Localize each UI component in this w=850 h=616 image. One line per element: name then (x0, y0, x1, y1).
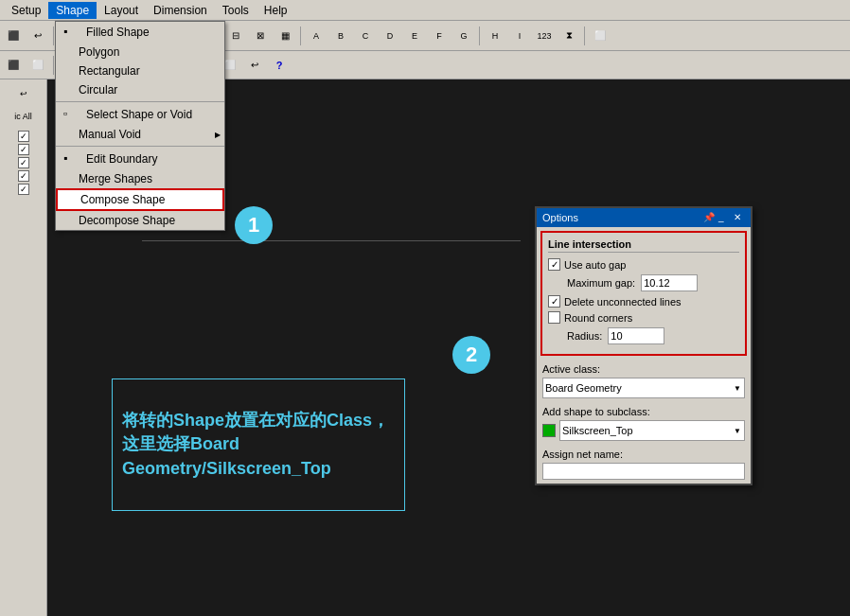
sidebar-btn-2[interactable]: ic All (7, 106, 41, 127)
dialog-minimize-icon[interactable]: _ (718, 212, 730, 223)
menu-shape[interactable]: Shape (48, 2, 97, 19)
dialog-pin-icon[interactable]: 📌 (703, 212, 715, 223)
toolbar-btn-b[interactable]: B (329, 25, 352, 47)
dialog-close-icon[interactable]: ✕ (734, 212, 745, 223)
menu-sep-1 (56, 101, 224, 102)
menu-layout[interactable]: Layout (97, 2, 146, 19)
toolbar-btn-g[interactable]: G (452, 25, 475, 47)
dialog-title: Options (542, 212, 578, 223)
menu-manual-void[interactable]: Manual Void (56, 125, 224, 144)
toolbar-btn-c[interactable]: C (354, 25, 377, 47)
menu-circular[interactable]: Circular (56, 80, 224, 99)
toolbar2-btn-help[interactable]: ? (268, 54, 291, 77)
max-gap-label: Maximum gap: (567, 277, 635, 289)
select-shape-icon: ▫ (63, 107, 79, 122)
menu-polygon[interactable]: Polygon (56, 43, 224, 62)
color-swatch (542, 424, 556, 437)
active-class-select[interactable]: Board Geometry (542, 378, 745, 398)
toolbar-btn-grid2[interactable]: ⊟ (224, 25, 247, 47)
menu-dimension[interactable]: Dimension (146, 2, 215, 19)
round-corners-row: Round corners (548, 311, 739, 324)
toolbar-btn-e[interactable]: E (403, 25, 426, 47)
menu-filled-shape[interactable]: ▪ Filled Shape (56, 22, 224, 43)
toolbar-sep-5 (479, 26, 480, 45)
sidebar-row-3: ✓ (18, 157, 29, 168)
menu-setup[interactable]: Setup (4, 2, 48, 19)
sidebar-row-5: ✓ (18, 184, 29, 195)
dialog-titlebar: Options 📌 _ ✕ (537, 208, 751, 227)
round-corners-checkbox[interactable] (548, 311, 560, 324)
shape-dropdown-menu: ▪ Filled Shape Polygon Rectangular Circu… (55, 21, 225, 231)
checkbox-3[interactable]: ✓ (18, 157, 29, 168)
checkbox-5[interactable]: ✓ (18, 184, 29, 195)
edit-boundary-icon: ▪ (63, 151, 79, 167)
delete-unconnected-row: Delete unconnected lines (548, 295, 739, 308)
menu-rectangular[interactable]: Rectangular (56, 62, 224, 80)
sidebar-row-2: ✓ (18, 144, 29, 155)
toolbar-btn-d[interactable]: D (379, 25, 401, 47)
radius-row: Radius: (548, 327, 739, 344)
toolbar-btn-2[interactable]: ↩ (27, 25, 49, 47)
menu-help[interactable]: Help (257, 2, 295, 19)
line-intersection-label: Line intersection (548, 238, 739, 253)
toolbar2-btn-2[interactable]: ⬜ (27, 54, 49, 77)
radius-label: Radius: (567, 330, 602, 342)
annotation-text: 将转的Shape放置在对应的Class，这里选择Board Geometry/S… (122, 409, 395, 481)
radius-input[interactable] (608, 327, 664, 344)
toolbar-btn-1[interactable]: ⬛ (2, 25, 25, 47)
sidebar-row-1: ✓ (18, 131, 29, 142)
canvas-hline (142, 240, 521, 241)
balloon-2: 2 (452, 336, 490, 374)
toolbar-btn-a[interactable]: A (305, 25, 328, 47)
toolbar2-btn-10[interactable]: ↩ (243, 54, 266, 77)
max-gap-input[interactable] (641, 274, 698, 291)
toolbar-btn-grid3[interactable]: ⊠ (249, 25, 272, 47)
toolbar2-btn-1[interactable]: ⬛ (2, 54, 25, 77)
menu-compose-shape[interactable]: Compose Shape (56, 188, 224, 211)
checkbox-2[interactable]: ✓ (18, 144, 29, 155)
menu-decompose-shape[interactable]: Decompose Shape (56, 211, 224, 230)
toolbar-sep-1 (53, 26, 54, 45)
use-auto-gap-row: Use auto gap (548, 258, 739, 271)
subclass-select[interactable]: Silkscreen_Top (559, 420, 745, 441)
annotation-box: 将转的Shape放置在对应的Class，这里选择Board Geometry/S… (112, 378, 405, 511)
options-dialog: Options 📌 _ ✕ Line intersection Use auto… (535, 206, 753, 485)
toolbar-sep-6 (584, 26, 585, 45)
menu-edit-boundary[interactable]: ▪ Edit Boundary (56, 149, 224, 169)
menu-tools[interactable]: Tools (215, 2, 257, 19)
toolbar-btn-hourglass[interactable]: ⧗ (558, 25, 580, 47)
sidebar-row-4: ✓ (18, 170, 29, 182)
toolbar-btn-j[interactable]: 123 (533, 25, 556, 47)
dialog-title-icons: 📌 _ ✕ (703, 212, 745, 223)
toolbar-btn-f[interactable]: F (428, 25, 451, 47)
active-class-label: Active class: (542, 363, 745, 375)
toolbar2-sep-1 (53, 56, 54, 75)
net-name-section: Assign net name: (537, 445, 751, 484)
net-name-input[interactable] (542, 463, 745, 480)
menu-sep-2 (56, 146, 224, 147)
sidebar-btn-1[interactable]: ↩ (7, 83, 41, 104)
subclass-row: Silkscreen_Top (542, 420, 745, 441)
delete-unconnected-checkbox[interactable] (548, 295, 560, 308)
toolbar-btn-grid4[interactable]: ▦ (274, 25, 296, 47)
menubar: Setup Shape Layout Dimension Tools Help (0, 0, 850, 21)
delete-unconnected-label: Delete unconnected lines (564, 296, 682, 308)
checkbox-4[interactable]: ✓ (18, 170, 29, 182)
toolbar-btn-i[interactable]: I (508, 25, 531, 47)
left-sidebar: ↩ ic All ✓ ✓ ✓ ✓ ✓ (0, 79, 47, 616)
use-auto-gap-label: Use auto gap (564, 259, 626, 271)
round-corners-label: Round corners (564, 312, 632, 324)
max-gap-row: Maximum gap: (548, 274, 739, 291)
active-class-section: Active class: Board Geometry (537, 360, 751, 402)
subclass-section: Add shape to subclass: Silkscreen_Top (537, 402, 751, 445)
menu-merge-shapes[interactable]: Merge Shapes (56, 169, 224, 188)
checkbox-1[interactable]: ✓ (18, 131, 29, 142)
toolbar-btn-k[interactable]: ⬜ (589, 25, 611, 47)
menu-select-shape-void[interactable]: ▫ Select Shape or Void (56, 104, 224, 125)
subclass-label: Add shape to subclass: (542, 406, 745, 417)
toolbar-sep-4 (300, 26, 301, 45)
toolbar-btn-h[interactable]: H (484, 25, 506, 47)
subclass-dropdown-wrapper: Silkscreen_Top (559, 420, 745, 441)
dialog-content: Line intersection Use auto gap Maximum g… (540, 231, 747, 356)
use-auto-gap-checkbox[interactable] (548, 258, 560, 271)
